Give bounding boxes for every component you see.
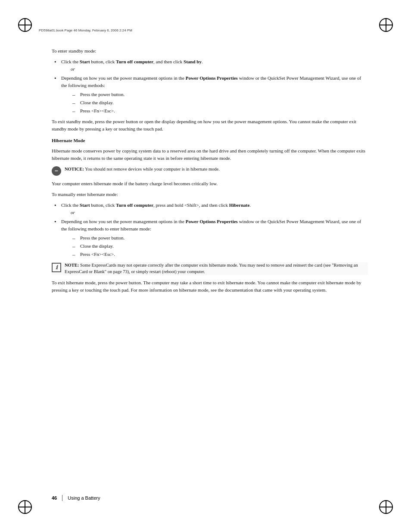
hibernate-intro-text: Hibernate mode conserves power by copyin…: [52, 147, 368, 162]
bullet4-part1: Depending on how you set the power manag…: [61, 219, 186, 224]
bullet3-part2: , press and hold <Shift>, and then click: [153, 202, 229, 208]
bullet3-middle: button, click: [90, 202, 116, 208]
notice-text-content: NOTICE: You should not remove devices wh…: [65, 166, 220, 173]
bullet-3: Click the Start button, click Turn off c…: [52, 202, 368, 216]
footer: 46 Using a Battery: [52, 495, 368, 501]
note-text-content: NOTE: Some ExpressCards may not operate …: [65, 262, 368, 275]
reg-mark-tr: [379, 18, 393, 32]
exit-hibernate-text: To exit hibernate mode, press the power …: [52, 279, 368, 294]
sub-item-1: Press the power button.: [70, 91, 368, 98]
bullet1-start-bold: Start: [80, 59, 90, 64]
bullet-4: Depending on how you set the power manag…: [52, 218, 368, 258]
bullet3-start-bold: Start: [80, 202, 90, 208]
bullet3-part1: Click the: [61, 202, 80, 208]
notice-label: NOTICE:: [65, 167, 84, 171]
note-icon: ℹ: [52, 263, 61, 272]
notice-body: You should not remove devices while your…: [84, 167, 220, 171]
main-content: To enter standby mode: Click the Start b…: [52, 47, 368, 485]
sub-item-4: Press the power button.: [70, 234, 368, 242]
notice-box: – NOTICE: You should not remove devices …: [52, 166, 368, 176]
or-text-2: or: [61, 209, 368, 216]
hibernate-bullets: Click the Start button, click Turn off c…: [52, 202, 368, 258]
bullet4-power-options: Power Options Properties: [186, 219, 238, 224]
header-bar: PD598a01.book Page 46 Monday, February 6…: [39, 27, 372, 34]
manually-enter-text: To manually enter hibernate mode:: [52, 191, 368, 198]
intro-text: To enter standby mode:: [52, 47, 368, 55]
bullet2-power-options: Power Options Properties: [186, 75, 238, 81]
bullet2-part1: Depending on how you set the power manag…: [61, 75, 186, 81]
sub-item-2: Close the display.: [70, 99, 368, 106]
note-box: ℹ NOTE: Some ExpressCards may not operat…: [52, 262, 368, 275]
exit-standby-text: To exit standby mode, press the power bu…: [52, 118, 368, 133]
bullet1-stand-by: Stand by: [184, 59, 202, 64]
sub-list-1: Press the power button. Close the displa…: [70, 91, 368, 115]
bullet3-period: .: [249, 202, 251, 208]
footer-separator: [62, 495, 62, 501]
bullet1-part1: Click the: [61, 59, 80, 64]
bullet-1: Click the Start button, click Turn off c…: [52, 58, 368, 73]
standby-bullets: Click the Start button, click Turn off c…: [52, 58, 368, 115]
bullet3-hibernate: Hibernate: [229, 202, 250, 208]
footer-page-number: 46: [52, 495, 57, 501]
hibernate-charge-text: Your computer enters hibernate mode if t…: [52, 180, 368, 187]
note-body: Some ExpressCards may not operate correc…: [65, 263, 358, 274]
footer-section-title: Using a Battery: [68, 495, 100, 501]
bullet3-turn-off: Turn off computer: [116, 202, 153, 208]
notice-icon: –: [52, 166, 61, 176]
page: PD598a01.book Page 46 Monday, February 6…: [0, 0, 411, 532]
sub-item-5: Close the display.: [70, 243, 368, 250]
sub-list-2: Press the power button. Close the displa…: [70, 234, 368, 258]
bullet1-middle: button, click: [90, 59, 116, 64]
bullet1-turn-off: Turn off computer: [116, 59, 153, 64]
bullet1-period: .: [202, 59, 203, 64]
reg-mark-br: [379, 500, 393, 514]
bullet1-end: , and then click: [153, 59, 184, 64]
or-text-1: or: [61, 65, 368, 73]
bullet-2: Depending on how you set the power manag…: [52, 75, 368, 115]
header-text: PD598a01.book Page 46 Monday, February 6…: [39, 28, 132, 32]
sub-item-3: Press <Fn><Esc>.: [70, 107, 368, 115]
note-label: NOTE:: [65, 263, 79, 268]
sub-item-6: Press <Fn><Esc>.: [70, 251, 368, 258]
reg-mark-bl: [18, 500, 32, 514]
reg-mark-tl: [18, 18, 32, 32]
hibernate-heading: Hibernate Mode: [52, 137, 368, 144]
